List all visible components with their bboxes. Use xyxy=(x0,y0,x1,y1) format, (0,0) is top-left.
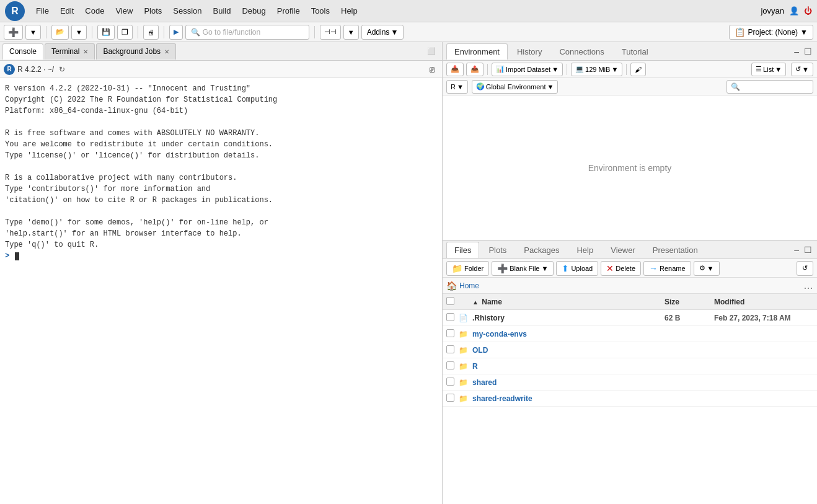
maximize-files-icon[interactable]: ☐ xyxy=(803,244,813,256)
header-checkbox[interactable] xyxy=(446,297,454,305)
table-row[interactable]: 📁 my-conda-envs xyxy=(443,326,817,342)
new-dropdown-button[interactable]: ▼ xyxy=(25,25,41,40)
menu-edit[interactable]: Edit xyxy=(55,4,79,18)
print-button[interactable]: 🖨 xyxy=(143,25,159,40)
menu-file[interactable]: File xyxy=(31,4,54,18)
tab-terminal[interactable]: Terminal ✕ xyxy=(45,43,95,60)
row2-name[interactable]: OLD xyxy=(472,346,665,355)
tab-help[interactable]: Help xyxy=(568,242,601,258)
env-panel-icons: – ☐ xyxy=(793,45,813,58)
tab-history[interactable]: History xyxy=(509,43,550,60)
row0-name[interactable]: .Rhistory xyxy=(472,314,665,322)
header-name-col[interactable]: ▲ Name xyxy=(472,298,665,306)
breadcrumb-home-text[interactable]: Home xyxy=(459,281,479,290)
more-options-icon[interactable]: … xyxy=(803,280,813,291)
refresh-env-button[interactable]: ↺ ▼ xyxy=(791,63,813,76)
menu-view[interactable]: View xyxy=(110,4,138,18)
import-icon: 📊 xyxy=(496,65,505,73)
env-search-box[interactable]: 🔍 xyxy=(726,80,813,94)
row3-checkbox[interactable] xyxy=(446,361,459,371)
list-label: List xyxy=(763,66,774,73)
addins-button[interactable]: Addins ▼ xyxy=(361,25,404,40)
tab-background-jobs[interactable]: Background Jobs ✕ xyxy=(96,43,176,60)
row1-checkbox[interactable] xyxy=(446,329,459,339)
tab-plots[interactable]: Plots xyxy=(480,242,514,258)
terminal-tab-close[interactable]: ✕ xyxy=(83,48,88,55)
tab-console[interactable]: Console xyxy=(2,43,43,60)
row4-name[interactable]: shared xyxy=(472,378,665,387)
import-dataset-button[interactable]: 📊 Import Dataset ▼ xyxy=(492,63,563,76)
load-workspace-button[interactable]: 📥 xyxy=(446,63,464,76)
open-button[interactable]: 📂 xyxy=(51,25,69,40)
open-icon: 📂 xyxy=(56,28,64,36)
project-button[interactable]: 📋 Project: (None) ▼ xyxy=(729,25,813,40)
rename-button[interactable]: → Rename xyxy=(643,261,691,276)
save-button[interactable]: 💾 xyxy=(97,25,115,40)
table-row[interactable]: 📁 R xyxy=(443,358,817,374)
minimize-env-icon[interactable]: – xyxy=(793,45,800,58)
tab-connections[interactable]: Connections xyxy=(551,43,612,60)
table-row[interactable]: 📄 .Rhistory 62 B Feb 27, 2023, 7:18 AM xyxy=(443,310,817,326)
menu-code[interactable]: Code xyxy=(80,4,109,18)
menu-build[interactable]: Build xyxy=(208,4,236,18)
table-row[interactable]: 📁 shared xyxy=(443,374,817,391)
chevron-down-icon13: ▼ xyxy=(707,265,714,272)
chevron-down-icon2: ▼ xyxy=(76,29,82,36)
new-blank-file-button[interactable]: ➕ Blank File ▼ xyxy=(492,261,554,276)
refresh-icon[interactable]: ↻ xyxy=(59,65,65,74)
menu-session[interactable]: Session xyxy=(168,4,206,18)
delete-label: Delete xyxy=(616,265,635,272)
power-icon[interactable]: ⏻ xyxy=(804,6,812,15)
save-icon: 💾 xyxy=(102,28,110,36)
list-button[interactable]: ☰ List ▼ xyxy=(751,63,786,76)
menu-debug[interactable]: Debug xyxy=(237,4,270,18)
row0-checkbox[interactable] xyxy=(446,313,459,323)
table-row[interactable]: 📁 OLD xyxy=(443,342,817,358)
tab-viewer[interactable]: Viewer xyxy=(603,242,643,258)
background-jobs-tab-close[interactable]: ✕ xyxy=(164,48,169,55)
refresh-files-button[interactable]: ↺ xyxy=(797,261,813,276)
row5-checkbox[interactable] xyxy=(446,394,459,404)
row5-name[interactable]: shared-readwrite xyxy=(472,394,665,403)
grid-dropdown-button[interactable]: ▼ xyxy=(343,25,359,40)
run-button[interactable]: ▶ xyxy=(169,25,183,40)
menu-plots[interactable]: Plots xyxy=(139,4,167,18)
menu-help[interactable]: Help xyxy=(336,4,363,18)
table-row[interactable]: 📁 shared-readwrite xyxy=(443,391,817,407)
delete-button[interactable]: ✕ Delete xyxy=(601,261,641,276)
memory-usage[interactable]: 💻 129 MiB ▼ xyxy=(571,63,622,76)
clear-env-button[interactable]: 🖌 xyxy=(630,63,646,76)
row1-folder-icon: 📁 xyxy=(459,330,472,338)
row4-checkbox[interactable] xyxy=(446,378,459,387)
tab-packages[interactable]: Packages xyxy=(516,242,567,258)
tab-environment[interactable]: Environment xyxy=(446,43,508,60)
r-env-select[interactable]: R ▼ xyxy=(446,80,468,94)
menu-profile[interactable]: Profile xyxy=(272,4,305,18)
maximize-console-button[interactable]: ⬜ xyxy=(423,44,439,59)
header-size-col[interactable]: Size xyxy=(665,298,714,306)
grid-button[interactable]: ⊣⊣ xyxy=(320,25,341,40)
env-search-input[interactable] xyxy=(743,83,809,91)
row2-checkbox[interactable] xyxy=(446,345,459,355)
tab-tutorial[interactable]: Tutorial xyxy=(614,43,656,60)
console-clear-button[interactable]: ⎚ xyxy=(426,62,438,77)
header-modified-col[interactable]: Modified xyxy=(714,298,813,306)
minimize-files-icon[interactable]: – xyxy=(793,244,800,256)
row1-name[interactable]: my-conda-envs xyxy=(472,330,665,338)
goto-file-box[interactable]: 🔍 Go to file/function xyxy=(185,25,309,40)
maximize-env-icon[interactable]: ☐ xyxy=(803,45,813,58)
home-icon[interactable]: 🏠 xyxy=(446,281,457,291)
new-file-button[interactable]: ➕ xyxy=(4,25,23,40)
more-files-button[interactable]: ⚙ ▼ xyxy=(694,261,720,276)
save-all-button[interactable]: ❐ xyxy=(117,25,133,40)
new-folder-button[interactable]: 📁 Folder xyxy=(446,261,489,276)
tab-files[interactable]: Files xyxy=(446,242,479,258)
upload-button[interactable]: ⬆ Upload xyxy=(556,261,598,276)
save-workspace-button[interactable]: 📤 xyxy=(466,63,484,76)
row3-name[interactable]: R xyxy=(472,362,665,371)
tab-presentation[interactable]: Presentation xyxy=(645,242,706,258)
menu-tools[interactable]: Tools xyxy=(306,4,335,18)
global-env-select[interactable]: 🌍 Global Environment ▼ xyxy=(472,80,559,94)
open-dropdown-button[interactable]: ▼ xyxy=(71,25,87,40)
env-sep2 xyxy=(567,64,567,75)
